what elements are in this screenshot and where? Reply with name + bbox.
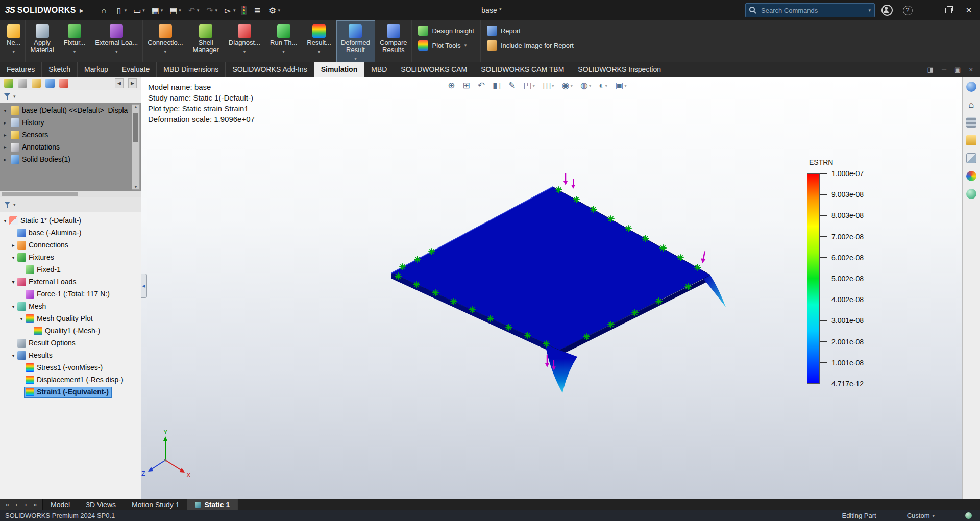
expand-caret-icon[interactable]: ▸ — [2, 120, 8, 126]
tab-mbd[interactable]: MBD — [364, 62, 394, 77]
dropdown-icon[interactable]: ▾ — [115, 48, 118, 55]
dropdown-icon[interactable]: ▾ — [197, 8, 200, 13]
model-tab-motion-study-1[interactable]: Motion Study 1 — [124, 499, 187, 510]
dropdown-icon[interactable]: ▾ — [179, 8, 181, 13]
new-document-button[interactable]: ▯▾ — [112, 4, 130, 17]
diagnostics-button[interactable]: Diagnost...▾ — [224, 20, 265, 62]
connections-advisor-button[interactable]: Connectio...▾ — [143, 20, 188, 62]
dropdown-icon[interactable]: ▾ — [278, 8, 280, 13]
expand-caret-icon[interactable]: ▸ — [2, 144, 8, 150]
solidworks-resources-button[interactable]: ⌂ — [965, 98, 978, 111]
expand-caret-icon[interactable]: ▾ — [10, 279, 16, 285]
new-study-button[interactable]: Ne...▾ — [2, 20, 26, 62]
dropdown-icon[interactable]: ▾ — [589, 83, 592, 88]
camera-button[interactable]: ▣▾ — [614, 80, 628, 92]
save-button[interactable]: ▦▾ — [148, 4, 166, 17]
configuration-manager-tab-icon[interactable] — [32, 79, 41, 88]
study-tree-item-force-1[interactable]: Force-1 (:Total: 117 N:) — [0, 288, 141, 300]
run-study-button[interactable]: Run Th...▾ — [265, 20, 302, 62]
help-button[interactable]: ? — [899, 3, 916, 18]
expand-caret-icon[interactable]: ▾ — [10, 353, 16, 358]
custom-properties-button[interactable] — [965, 188, 978, 200]
units-dropdown-icon[interactable]: ▾ — [932, 513, 935, 518]
expand-caret-icon[interactable]: ▸ — [2, 157, 8, 162]
dropdown-icon[interactable]: ▾ — [552, 83, 554, 88]
study-tree-item-mesh[interactable]: ▾Mesh — [0, 300, 141, 312]
expand-caret-icon[interactable]: ▾ — [2, 218, 8, 224]
first-model-tab-button[interactable]: « — [4, 501, 11, 508]
dropdown-icon[interactable]: ▾ — [142, 8, 145, 13]
scrollbar-thumb[interactable] — [133, 113, 138, 142]
feature-tree-hscrollbar[interactable] — [0, 191, 141, 197]
model-tab-model[interactable]: Model — [43, 499, 78, 510]
tab-evaluate[interactable]: Evaluate — [115, 62, 157, 77]
compare-results-button[interactable]: Compare Results — [375, 20, 412, 62]
property-manager-tab-icon[interactable] — [18, 79, 27, 88]
study-tree-item-displacement1[interactable]: Displacement1 (-Res disp-) — [0, 374, 141, 386]
feature-tree-item-history[interactable]: ▸History — [2, 116, 132, 129]
options-button[interactable]: ⚙▾ — [265, 4, 283, 17]
expand-caret-icon[interactable]: ▸ — [2, 132, 8, 138]
dropdown-icon[interactable]: ▾ — [464, 43, 467, 48]
plate-top-face[interactable] — [391, 187, 710, 350]
user-account-button[interactable] — [879, 3, 895, 18]
home-button[interactable]: ⌂ — [96, 4, 111, 17]
tab-solidworks-inspection[interactable]: SOLIDWORKS Inspection — [571, 62, 668, 77]
tab-mbd-dimensions[interactable]: MBD Dimensions — [157, 62, 226, 77]
display-style-button[interactable]: ◫▾ — [541, 80, 556, 92]
close-document-icon[interactable]: × — [969, 66, 973, 73]
study-tree-item-fixed-1[interactable]: Fixed-1 — [0, 263, 141, 276]
feature-manager-tab-icon[interactable] — [4, 79, 13, 88]
dropdown-icon[interactable]: ▾ — [282, 48, 285, 55]
task-pane-collapse-button[interactable] — [965, 81, 978, 93]
dimxpert-manager-tab-icon[interactable] — [45, 79, 55, 88]
study-tree-item-base[interactable]: base (-Alumina-) — [0, 227, 141, 239]
deformed-result-button[interactable]: Deformed Result▾ — [336, 20, 375, 62]
expand-caret-icon[interactable]: ▾ — [2, 108, 8, 113]
previous-view-button[interactable]: ↶ — [476, 80, 486, 92]
rebuild-button[interactable] — [238, 4, 249, 17]
tab-solidworks-cam[interactable]: SOLIDWORKS CAM — [394, 62, 474, 77]
restore-button[interactable] — [940, 3, 957, 18]
feature-tree-item-sensors[interactable]: ▸Sensors — [2, 129, 132, 141]
dropdown-icon[interactable]: ▾ — [161, 8, 163, 13]
apply-material-button[interactable]: Apply Material — [26, 20, 59, 62]
scroll-up-icon[interactable]: ▲ — [134, 105, 138, 109]
study-tree-item-external[interactable]: ▾External Loads — [0, 276, 141, 288]
dassault-logo-icon[interactable]: 3S — [5, 5, 15, 15]
open-document-button[interactable]: ▭▾ — [130, 4, 148, 17]
study-filter-dropdown-icon[interactable]: ▾ — [13, 202, 16, 207]
study-tree-item-strain1[interactable]: Strain1 (-Equivalent-) — [0, 386, 141, 398]
minimize-button[interactable]: ─ — [920, 3, 936, 18]
menu-expand-icon[interactable]: ▶ — [80, 8, 84, 13]
filter-icon[interactable] — [4, 93, 11, 100]
units-selector[interactable]: Custom ▾ — [907, 512, 935, 519]
model-tab-3d-views[interactable]: 3D Views — [78, 499, 124, 510]
dropdown-icon[interactable]: ▾ — [74, 48, 76, 55]
redo-button[interactable]: ↷▾ — [202, 4, 220, 17]
search-commands-box[interactable]: ▾ — [745, 3, 875, 17]
status-icon[interactable] — [965, 512, 972, 519]
study-tree-item-mesh[interactable]: ▾Mesh Quality Plot — [0, 312, 141, 325]
graphics-viewport[interactable]: Y X Z Model name: baseStudy name: Static… — [141, 77, 963, 499]
dropdown-icon[interactable]: ▾ — [570, 83, 573, 88]
next-model-tab-button[interactable]: › — [22, 501, 30, 508]
display-manager-tab-icon[interactable] — [59, 79, 68, 88]
print-button[interactable]: ▤▾ — [166, 4, 184, 17]
tab-features[interactable]: Features — [0, 62, 42, 77]
plot-tools-button[interactable]: Plot Tools▾ — [418, 40, 474, 51]
feature-tree-item-annotations[interactable]: ▸Annotations — [2, 141, 132, 153]
dropdown-icon[interactable]: ▾ — [12, 48, 15, 55]
dock-pane-icon[interactable]: ◨ — [927, 66, 934, 73]
include-image-button[interactable]: Include Image for Report — [487, 40, 574, 51]
dropdown-icon[interactable]: ▾ — [233, 8, 236, 13]
model-tab-static-1[interactable]: Static 1 — [187, 499, 238, 510]
scroll-down-icon[interactable]: ▼ — [134, 185, 138, 189]
feature-tree-item-base[interactable]: ▾base (Default) <<Default>_Displa — [2, 104, 132, 116]
panel-scroll-left-button[interactable]: ◀ — [115, 78, 124, 88]
dropdown-icon[interactable]: ▾ — [164, 48, 167, 55]
dropdown-icon[interactable]: ▾ — [125, 8, 127, 13]
panel-collapse-handle[interactable]: ◀ — [141, 274, 147, 298]
dropdown-icon[interactable]: ▾ — [243, 48, 246, 55]
dropdown-icon[interactable]: ▾ — [215, 8, 217, 13]
